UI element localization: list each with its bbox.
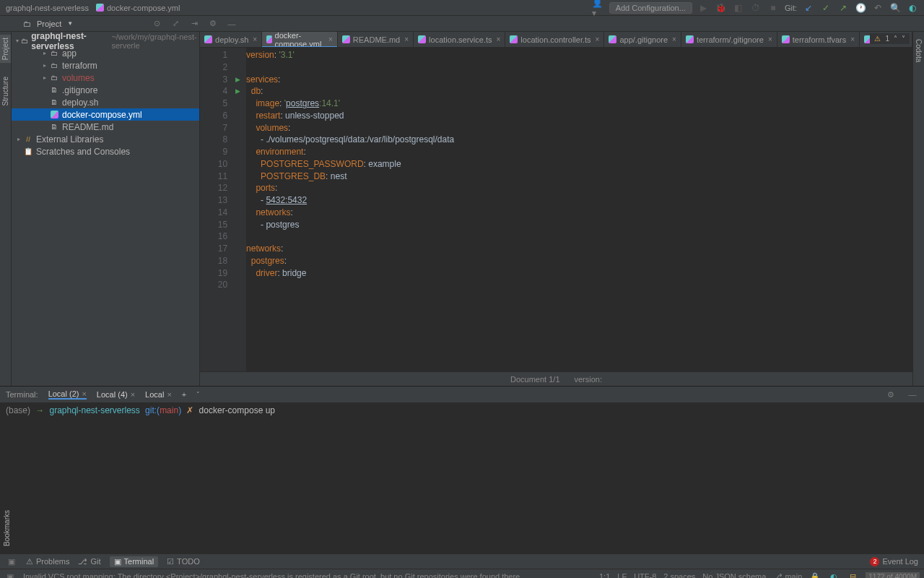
editor-tab[interactable]: location.controller.ts× xyxy=(505,32,604,48)
close-tab-icon[interactable]: × xyxy=(404,35,409,43)
code-editor[interactable]: 1234567891011121314151617181920 ▶▶ versi… xyxy=(200,48,912,371)
git-tool-button[interactable]: ⎇Git xyxy=(78,557,100,566)
project-dropdown-label[interactable]: Project xyxy=(37,20,61,28)
tree-item[interactable]: 🗎README.md xyxy=(12,121,199,133)
new-terminal-icon[interactable]: + xyxy=(182,390,186,399)
terminal-dropdown-icon[interactable]: ˅ xyxy=(196,391,200,398)
git-commit-icon[interactable]: ✓ xyxy=(820,2,832,14)
close-tab-icon[interactable]: × xyxy=(497,35,501,43)
event-log-button[interactable]: 2 Event Log xyxy=(870,557,918,566)
status-message[interactable]: Invalid VCS root mapping: The directory … xyxy=(23,572,528,578)
debug-icon[interactable]: 🐞 xyxy=(715,2,727,14)
memory-indicator[interactable]: 1172 of 4000M xyxy=(866,572,920,579)
git-pull-icon[interactable]: ↙ xyxy=(803,2,814,14)
tree-item[interactable]: docker-compose.yml xyxy=(12,108,199,121)
close-tab-icon[interactable]: × xyxy=(768,35,772,43)
library-icon: 𝑙𝑙 xyxy=(23,134,33,144)
indent-setting[interactable]: 2 spaces xyxy=(663,572,695,578)
terminal-tab[interactable]: Local (2) × xyxy=(48,389,87,400)
hide-icon[interactable]: — xyxy=(226,18,237,30)
select-opened-file-icon[interactable]: ⊙ xyxy=(151,18,162,30)
encoding[interactable]: UTF-8 xyxy=(634,572,656,578)
line-ending[interactable]: LF xyxy=(617,572,627,578)
collapse-all-icon[interactable]: ⇥ xyxy=(188,18,200,30)
chevron-up-icon[interactable]: ˄ xyxy=(894,35,897,43)
terminal-tab-label: Local (2) xyxy=(48,389,79,398)
user-icon[interactable]: 👤▾ xyxy=(592,2,603,14)
run-icon[interactable]: ▶ xyxy=(698,2,710,14)
status-tool-icon[interactable]: ▣ xyxy=(4,571,16,578)
tool-window-icon[interactable]: ▣ xyxy=(6,556,17,567)
line-number-gutter: 1234567891011121314151617181920 xyxy=(200,48,235,371)
chevron-down-icon[interactable]: ˅ xyxy=(902,35,905,43)
editor-tab[interactable]: app/.gitignore× xyxy=(604,32,681,48)
tree-item[interactable]: ▸🗀terraform xyxy=(12,59,199,72)
git-push-icon[interactable]: ↗ xyxy=(837,2,849,14)
editor-tab[interactable]: deploy.sh× xyxy=(200,32,262,48)
tree-item[interactable]: 🗎deploy.sh xyxy=(12,96,199,108)
editor-tabs: deploy.sh×docker-compose.yml×README.md×l… xyxy=(200,32,912,48)
editor-tab[interactable]: terraform.tfvars× xyxy=(777,32,860,48)
close-tab-icon[interactable]: × xyxy=(672,35,676,43)
file-type-icon xyxy=(266,35,271,43)
terminal-tab[interactable]: Local × xyxy=(145,389,172,400)
project-tool-tab[interactable]: Project xyxy=(0,35,11,63)
editor-tab[interactable]: README.md× xyxy=(338,32,414,48)
close-tab-icon[interactable]: × xyxy=(596,35,600,43)
tab-label: terraform/.gitignore xyxy=(697,35,764,44)
file-type-icon xyxy=(782,35,790,43)
close-tab-icon[interactable]: × xyxy=(253,35,257,43)
codota-tool-tab[interactable]: Codota xyxy=(913,36,924,65)
tree-item[interactable]: ▸🗀volumes xyxy=(12,72,199,84)
indexing-icon[interactable]: ⊟ xyxy=(847,571,858,578)
json-schema[interactable]: No JSON schema xyxy=(702,572,766,578)
editor-tab[interactable]: terraform/.gitignore× xyxy=(681,32,777,48)
tree-root[interactable]: ▾ 🗀 graphql-nest-serverless ~/work/my/gr… xyxy=(12,35,199,47)
tree-scratches[interactable]: 📋 Scratches and Consoles xyxy=(12,145,199,158)
terminal-hide-icon[interactable]: — xyxy=(907,389,918,400)
settings-icon[interactable]: ⚙ xyxy=(207,18,219,30)
git-history-icon[interactable]: 🕐 xyxy=(855,2,866,14)
terminal-panel: Terminal: Local (2) ×Local (4) ×Local × … xyxy=(0,386,924,553)
close-tab-icon[interactable]: × xyxy=(850,35,855,43)
todo-tool-button[interactable]: ☑TODO xyxy=(167,557,200,566)
structure-tool-tab[interactable]: Structure xyxy=(0,74,11,109)
tree-item[interactable]: 🗎.gitignore xyxy=(12,84,199,96)
tree-item-label: README.md xyxy=(62,122,113,132)
chevron-down-icon[interactable]: ▼ xyxy=(67,20,73,27)
breadcrumb-path: version: xyxy=(575,375,603,384)
expand-all-icon[interactable]: ⤢ xyxy=(170,18,181,30)
tab-label: deploy.sh xyxy=(215,35,248,44)
add-configuration-dropdown[interactable]: Add Configuration... xyxy=(609,2,692,14)
right-tool-strip: Codota xyxy=(912,32,924,386)
lock-icon[interactable]: 🔒 xyxy=(809,571,821,578)
close-tab-icon[interactable]: × xyxy=(328,35,333,43)
terminal-output[interactable]: (base) → graphql-nest-serverless git:(ma… xyxy=(0,402,924,553)
coverage-icon[interactable]: ◧ xyxy=(733,2,744,14)
close-icon[interactable]: × xyxy=(167,390,171,399)
branch-icon: ⎇ xyxy=(773,572,783,579)
rollback-icon[interactable]: ↶ xyxy=(872,2,884,14)
bookmarks-tool-tab[interactable]: Bookmarks xyxy=(1,507,12,549)
inspection-widget[interactable]: ⚠ 1 ˄ ˅ xyxy=(870,33,910,44)
file-icon xyxy=(49,110,59,120)
terminal-tab[interactable]: Local (4) × xyxy=(97,389,135,400)
search-everywhere-icon[interactable]: 🔍 xyxy=(889,2,901,14)
terminal-tool-button[interactable]: ▣Terminal xyxy=(110,556,159,567)
stop-icon[interactable]: ■ xyxy=(767,2,779,14)
codota-icon[interactable]: ◐ xyxy=(907,2,918,14)
term-command: docker-compose up xyxy=(199,405,275,415)
code-content[interactable]: version: '3.1'services: db: image: 'post… xyxy=(246,48,454,371)
tree-external-libs[interactable]: ▸ 𝑙𝑙 External Libraries xyxy=(12,133,199,145)
git-branch-status[interactable]: ⎇ main xyxy=(773,572,802,579)
editor-tab[interactable]: docker-compose.yml× xyxy=(262,32,338,48)
project-tree[interactable]: ▾ 🗀 graphql-nest-serverless ~/work/my/gr… xyxy=(12,32,199,386)
caret-position[interactable]: 1:1 xyxy=(599,572,610,578)
editor-tab[interactable]: location.service.ts× xyxy=(414,32,505,48)
problems-tool-button[interactable]: ⚠Problems xyxy=(26,557,69,566)
terminal-settings-icon[interactable]: ⚙ xyxy=(885,389,897,400)
codota-status-icon[interactable]: ◐ xyxy=(828,571,840,578)
close-icon[interactable]: × xyxy=(131,390,135,399)
close-icon[interactable]: × xyxy=(82,389,86,398)
profile-icon[interactable]: ⏱ xyxy=(750,2,762,14)
